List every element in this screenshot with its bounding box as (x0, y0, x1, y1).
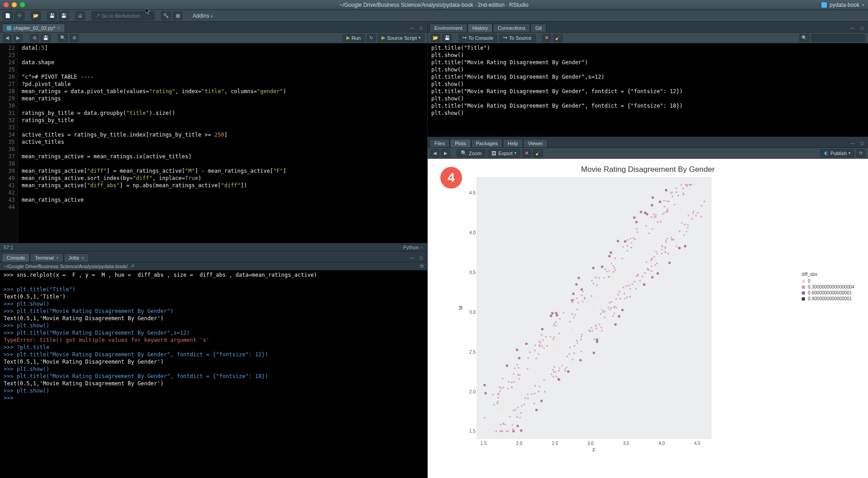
history-search-input[interactable] (811, 34, 865, 42)
new-file-button[interactable]: 📄 (3, 11, 13, 20)
env-tab-strip: Environment History Connections Git — ◻ (428, 22, 868, 33)
remove-plot-button[interactable]: ✖ (522, 149, 531, 157)
tab-environment[interactable]: Environment (429, 24, 467, 32)
svg-point-209 (543, 379, 545, 381)
refresh-plot-button[interactable]: ⟳ (856, 149, 865, 157)
export-button[interactable]: 🖼 Export ▾ (487, 149, 520, 157)
svg-point-482 (533, 384, 534, 385)
maximize-pane-icon[interactable]: ◻ (858, 140, 865, 147)
to-console-button[interactable]: ↪ To Console (458, 34, 497, 42)
to-source-button[interactable]: ↪ To Source (499, 34, 536, 42)
svg-point-422 (552, 338, 554, 340)
svg-point-432 (639, 280, 641, 282)
tab-connections[interactable]: Connections (493, 24, 530, 32)
svg-point-374 (553, 325, 555, 327)
svg-point-425 (634, 257, 635, 258)
minimize-pane-icon[interactable]: — (849, 140, 856, 147)
minimize-pane-icon[interactable]: — (408, 25, 415, 31)
save-button[interactable]: 💾 (47, 11, 57, 20)
show-in-new-window-button[interactable]: ⧉ (30, 34, 39, 42)
tab-history[interactable]: History (467, 24, 493, 32)
code-editor[interactable]: 2223242526272829303132333435363738394041… (0, 43, 427, 243)
tab-terminal[interactable]: Terminal× (30, 253, 63, 262)
tab-plots[interactable]: Plots (450, 139, 471, 147)
svg-point-260 (593, 352, 595, 355)
maximize-pane-icon[interactable]: ◻ (417, 25, 425, 31)
source-script-button[interactable]: ▶Source Script ▾ (377, 34, 425, 42)
svg-point-22 (594, 307, 595, 308)
tab-help[interactable]: Help (503, 139, 523, 147)
svg-point-463 (656, 253, 658, 255)
tab-packages[interactable]: Packages (471, 139, 503, 147)
close-icon[interactable]: × (81, 256, 84, 260)
open-file-button[interactable]: 📂 (31, 11, 41, 20)
save-button[interactable]: 💾 (41, 34, 51, 42)
project-icon (821, 2, 827, 8)
minimize-button[interactable] (12, 2, 17, 7)
minimize-pane-icon[interactable]: — (408, 255, 415, 261)
addins-menu[interactable]: Addins ▾ (189, 13, 217, 19)
publish-button[interactable]: ◐ Publish ▾ (820, 149, 854, 157)
language-selector[interactable]: Python (403, 245, 419, 250)
svg-point-515 (502, 407, 503, 407)
svg-point-555 (591, 316, 592, 317)
svg-point-397 (608, 255, 611, 258)
svg-point-242 (629, 296, 631, 298)
clear-console-icon[interactable]: ⟲ (420, 263, 424, 269)
svg-point-395 (535, 358, 537, 360)
svg-point-333 (648, 243, 649, 244)
console-output[interactable]: >>> sns.relplot(x = F , y = M , hue = di… (0, 270, 427, 478)
source-toolbar: ◀ ▶ ⧉ 💾 🔍 ⚙ ▶Run ↻ ▶Source Script ▾ (0, 33, 427, 43)
svg-point-360 (516, 405, 517, 406)
tools-button[interactable]: 🔧 (161, 11, 171, 20)
svg-point-38 (507, 415, 508, 416)
print-button[interactable]: 🖨 (75, 11, 85, 20)
close-button[interactable] (4, 2, 9, 7)
svg-point-506 (521, 405, 523, 407)
svg-point-258 (671, 239, 673, 241)
prev-plot-button[interactable]: ◀ (430, 149, 439, 157)
new-project-button[interactable]: ➕ (14, 11, 24, 20)
svg-point-253 (542, 339, 544, 341)
back-button[interactable]: ◀ (3, 34, 12, 42)
clear-plots-button[interactable]: 🧹 (533, 149, 543, 157)
maximize-pane-icon[interactable]: ◻ (858, 25, 865, 31)
tab-viewer[interactable]: Viewer (523, 139, 548, 147)
next-plot-button[interactable]: ▶ (441, 149, 450, 157)
svg-point-399 (529, 380, 530, 381)
save-all-button[interactable]: 💾 (59, 11, 69, 20)
source-tab[interactable]: chapter_02_02.py* × (2, 24, 65, 32)
find-button[interactable]: 🔍 (58, 34, 68, 42)
svg-point-550 (501, 431, 503, 432)
load-history-button[interactable]: 📂 (430, 34, 440, 42)
tab-files[interactable]: Files (429, 139, 450, 147)
svg-point-548 (551, 374, 552, 375)
maximize-button[interactable] (20, 2, 25, 7)
forward-button[interactable]: ▶ (14, 34, 23, 42)
goto-dir-icon[interactable]: ↗ (130, 263, 134, 269)
zoom-button[interactable]: 🔍 Zoom (457, 149, 486, 157)
svg-point-236 (505, 431, 507, 432)
svg-point-284 (497, 409, 498, 410)
tab-git[interactable]: Git (530, 24, 547, 32)
svg-point-123 (558, 332, 560, 334)
tab-jobs[interactable]: Jobs× (64, 253, 89, 262)
project-name[interactable]: pydata-book (830, 2, 859, 8)
history-list[interactable]: plt.title("Title") plt.show() plt.title(… (428, 43, 868, 137)
close-tab-button[interactable]: × (57, 26, 60, 31)
svg-point-551 (596, 284, 598, 286)
run-button[interactable]: ▶Run (342, 34, 365, 42)
goto-file-input[interactable]: ↗ Go to file/function (91, 11, 155, 20)
remove-entry-button[interactable]: ✖ (542, 34, 551, 42)
close-icon[interactable]: × (56, 256, 59, 260)
rerun-button[interactable]: ↻ (367, 34, 376, 42)
tab-console[interactable]: Console (2, 253, 30, 262)
clear-history-button[interactable]: 🧹 (553, 34, 563, 42)
grid-button[interactable]: ▦ (173, 11, 183, 20)
save-history-button[interactable]: 💾 (442, 34, 452, 42)
minimize-pane-icon[interactable]: — (849, 25, 856, 31)
code-tools-button[interactable]: ⚙ (70, 34, 79, 42)
maximize-pane-icon[interactable]: ◻ (417, 255, 425, 261)
legend-item: 0.30000000000000004 (802, 284, 854, 289)
svg-point-116 (500, 388, 502, 389)
